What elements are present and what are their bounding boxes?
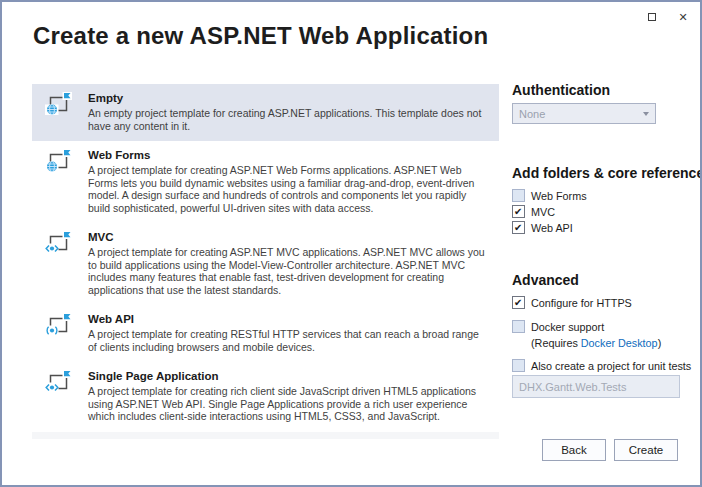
checkbox-label: Web Forms xyxy=(531,190,587,202)
docker-desktop-link[interactable]: Docker Desktop xyxy=(581,337,658,349)
template-title: Single Page Application xyxy=(88,369,489,382)
docker-requirement-note: (Requires Docker Desktop) xyxy=(531,337,661,349)
checkbox-label: Web API xyxy=(531,222,573,234)
template-list: Empty An empty project template for crea… xyxy=(32,84,499,439)
checkbox-label: Also create a project for unit tests xyxy=(531,360,691,372)
maximize-button[interactable] xyxy=(643,9,661,25)
template-description: A project template for creating ASP.NET … xyxy=(88,246,489,296)
template-row-web-api[interactable]: Web API A project template for creating … xyxy=(32,305,499,362)
checkbox-mvc[interactable]: MVC xyxy=(512,204,555,219)
close-button[interactable]: ✕ xyxy=(674,9,692,25)
checkbox-unit-tests[interactable]: Also create a project for unit tests xyxy=(512,358,691,373)
maximize-icon xyxy=(648,13,656,21)
template-title: Web API xyxy=(88,312,489,325)
globe-app-icon xyxy=(45,92,72,115)
chevron-down-icon xyxy=(643,112,649,116)
template-row-mvc[interactable]: MVC A project template for creating ASP.… xyxy=(32,223,499,305)
code-app-icon xyxy=(45,231,72,254)
template-list-filler xyxy=(32,432,499,440)
globe-app-icon xyxy=(45,149,72,172)
checkbox-label: Docker support xyxy=(531,321,604,333)
checkbox-box xyxy=(512,359,525,372)
authentication-dropdown[interactable]: None xyxy=(512,103,656,124)
checkbox-box xyxy=(512,205,525,218)
create-button[interactable]: Create xyxy=(614,439,678,461)
page-title: Create a new ASP.NET Web Application xyxy=(33,22,488,50)
checkbox-label: MVC xyxy=(531,206,555,218)
code-app-icon xyxy=(45,370,72,393)
checkbox-box xyxy=(512,320,525,333)
template-row-empty[interactable]: Empty An empty project template for crea… xyxy=(32,84,499,141)
checkbox-web-forms[interactable]: Web Forms xyxy=(512,188,587,203)
template-description: A project template for creating rich cli… xyxy=(88,385,489,423)
template-description: A project template for creating ASP.NET … xyxy=(88,164,489,214)
note-suffix: ) xyxy=(658,337,662,349)
authentication-heading: Authentication xyxy=(512,82,610,98)
template-title: Web Forms xyxy=(88,148,489,161)
template-title: Empty xyxy=(88,91,489,104)
checkbox-box xyxy=(512,296,525,309)
api-app-icon xyxy=(45,313,72,336)
note-prefix: (Requires xyxy=(531,337,581,349)
checkbox-docker-support[interactable]: Docker support xyxy=(512,319,604,334)
template-title: MVC xyxy=(88,230,489,243)
template-row-single-page-application[interactable]: Single Page Application A project templa… xyxy=(32,362,499,432)
window-controls: ✕ xyxy=(643,9,692,25)
template-description: An empty project template for creating A… xyxy=(88,107,489,132)
checkbox-web-api[interactable]: Web API xyxy=(512,220,573,235)
unit-test-project-name-input[interactable] xyxy=(512,375,680,398)
checkbox-label: Configure for HTTPS xyxy=(531,297,632,309)
back-button[interactable]: Back xyxy=(542,439,606,461)
folders-references-heading: Add folders & core references xyxy=(512,165,702,181)
checkbox-box xyxy=(512,221,525,234)
close-icon: ✕ xyxy=(678,12,687,23)
create-aspnet-dialog: ✕ Create a new ASP.NET Web Application E… xyxy=(0,0,702,487)
authentication-selected-value: None xyxy=(519,108,643,120)
advanced-heading: Advanced xyxy=(512,272,579,288)
template-description: A project template for creating RESTful … xyxy=(88,328,489,353)
template-row-web-forms[interactable]: Web Forms A project template for creatin… xyxy=(32,141,499,223)
checkbox-configure-https[interactable]: Configure for HTTPS xyxy=(512,295,632,310)
checkbox-box xyxy=(512,189,525,202)
